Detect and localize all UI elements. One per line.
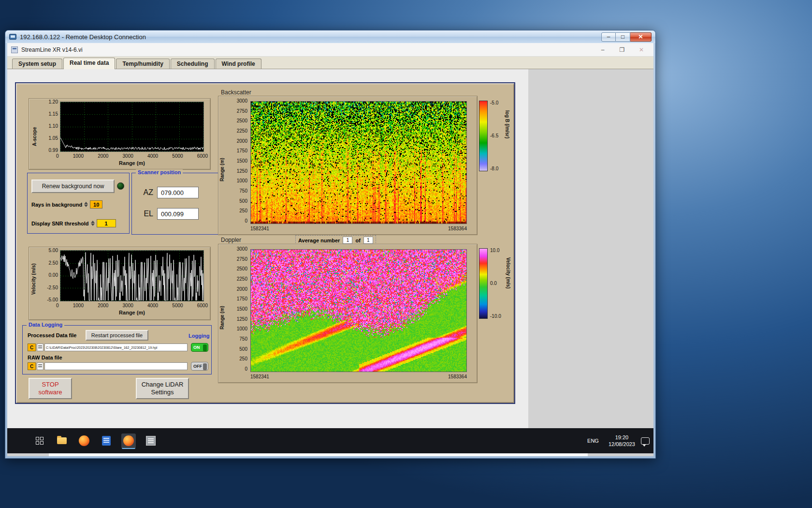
task-view-icon[interactable] (32, 433, 47, 448)
tick-label: 1.05 (41, 136, 58, 141)
az-value-field[interactable]: 079.000 (157, 187, 199, 198)
processed-drive-selector[interactable]: C (28, 344, 36, 351)
average-total-field[interactable]: 1 (363, 237, 373, 244)
processed-browse-icon[interactable] (37, 344, 44, 351)
tick-label: -8.0 (490, 166, 504, 171)
doppler-colorbar-label: Velocity (m/s) (506, 257, 511, 311)
tick-label: 2500 (225, 119, 247, 123)
taskbar-highlight-strip (49, 453, 588, 456)
raw-data-file-label: RAW Data file (28, 355, 62, 360)
backscatter-colorbar-ticks: -5.0-6.5-8.0 (490, 101, 504, 171)
raw-path-field[interactable] (44, 362, 188, 370)
scan-tool-icon[interactable] (144, 433, 158, 448)
processed-path-field[interactable]: C:\LiDAR\Data\Proc\2023\202308\20230812\… (44, 344, 188, 351)
scanner-position-title: Scanner position (136, 169, 183, 175)
backscatter-x-ticks: 1582341 1583364 (250, 226, 467, 231)
restart-processed-file-label: Restart processed file (91, 332, 143, 338)
tick-label: -5.00 (39, 298, 58, 302)
backscatter-x-end: 1583364 (448, 226, 467, 231)
rays-value-field[interactable]: 10 (90, 200, 102, 209)
doppler-y-axis-label: Range (m) (219, 291, 225, 329)
tick-label: 5000 (172, 153, 183, 159)
tab-wind-profile[interactable]: Wind profile (216, 59, 261, 69)
off-toggle-label: OFF (193, 364, 202, 369)
app-close-button[interactable]: ✕ (638, 46, 645, 53)
snr-spinner[interactable] (91, 221, 95, 226)
real-time-data-panel: A-scope 1.201.151.101.050.99 01000200030… (15, 82, 515, 404)
raw-logging-toggle[interactable]: OFF (191, 362, 208, 371)
tab-real-time-data[interactable]: Real time data (63, 58, 115, 69)
tick-label: 2750 (225, 109, 247, 114)
rays-in-background-label: Rays in background (31, 202, 82, 208)
snr-threshold-label: Display SNR threshold (31, 221, 89, 226)
taskbar-time: 19:20 (609, 434, 635, 441)
tick-label: 3000 (123, 303, 133, 308)
el-value-field[interactable]: 000.099 (157, 208, 199, 220)
rays-spinner[interactable] (84, 202, 88, 207)
scanner-position-box: Scanner position AZ 079.000 EL 000.099 (131, 173, 227, 235)
tick-label: -5.0 (490, 101, 504, 105)
backscatter-x-start: 1582341 (250, 226, 269, 231)
rdp-window: 192.168.0.122 - Remote Desktop Connectio… (5, 30, 656, 459)
tick-label: 1250 (225, 317, 247, 322)
rdp-close-button[interactable]: ✕ (630, 32, 652, 42)
tick-label: 1.10 (41, 124, 58, 129)
ascope-x-ticks: 0100020003000400050006000 (56, 153, 208, 159)
tick-label: 0.99 (41, 148, 58, 153)
taskbar-clock[interactable]: 19:20 12/08/2023 (609, 434, 635, 448)
snr-value-field[interactable]: 1 (97, 219, 116, 227)
tick-label: 1000 (73, 153, 84, 159)
app-restore-button[interactable]: ❐ (619, 46, 625, 53)
velocity-plot-area (60, 250, 204, 301)
raw-drive-selector[interactable]: C (28, 362, 36, 370)
tick-label: 2750 (225, 257, 247, 262)
tick-label: 4000 (147, 303, 158, 308)
renew-background-label: Renew background now (42, 183, 104, 190)
tick-label: 1750 (225, 297, 247, 301)
app-minimize-button[interactable]: – (599, 46, 606, 53)
background-controls-box: Renew background now Rays in background … (27, 173, 130, 234)
notification-center-icon[interactable] (641, 437, 650, 445)
tab-bar: System setup Real time data Temp/humidit… (7, 57, 653, 69)
tab-system-setup[interactable]: System setup (12, 59, 62, 69)
firefox-active-icon[interactable] (121, 433, 136, 448)
rdp-maximize-button[interactable]: □ (616, 32, 630, 42)
tick-label: 2500 (225, 267, 247, 271)
doppler-colorbar (479, 248, 488, 319)
rdp-titlebar: 192.168.0.122 - Remote Desktop Connectio… (5, 30, 655, 43)
backscatter-y-ticks: 3000275025002250200017501500125010007505… (225, 99, 247, 224)
doppler-colorbar-ticks: 10.00.0-10.0 (490, 248, 506, 319)
tick-label: -6.5 (490, 134, 504, 138)
backscatter-plot-area (250, 101, 467, 224)
velocity-graph-frame: Velocity (m/s) 5.002.500.00-2.50-5.00 01… (29, 247, 211, 320)
change-lidar-settings-button[interactable]: Change LiDAR Settings (136, 378, 189, 399)
processed-logging-toggle[interactable]: ON (191, 343, 208, 352)
notepad-document-icon[interactable] (99, 433, 114, 448)
tick-label: 1.15 (41, 112, 58, 117)
language-indicator[interactable]: ENG (583, 435, 603, 447)
restart-processed-file-button[interactable]: Restart processed file (86, 330, 148, 341)
velocity-canvas (60, 251, 203, 301)
tab-temp-humidity[interactable]: Temp/humidity (116, 59, 169, 69)
tick-label: 2250 (225, 277, 247, 282)
background-led (117, 182, 124, 190)
tick-label: 5000 (172, 303, 183, 308)
tick-label: 2.50 (39, 261, 58, 266)
ascope-canvas (60, 102, 203, 151)
on-toggle-knob (203, 344, 207, 351)
off-toggle-knob (203, 363, 207, 370)
renew-background-button[interactable]: Renew background now (31, 179, 115, 193)
rdp-minimize-button[interactable]: – (601, 32, 616, 42)
file-explorer-icon[interactable] (55, 433, 69, 448)
raw-browse-icon[interactable] (37, 362, 44, 370)
doppler-plot-area (250, 249, 467, 372)
stop-software-button[interactable]: STOP software (29, 378, 72, 399)
rdp-session-area: StreamLine XR v14-6.vi – ❐ ✕ System setu… (7, 43, 653, 456)
tab-scheduling[interactable]: Scheduling (171, 59, 215, 69)
tick-label: 250 (225, 357, 247, 361)
ascope-plot-area (60, 102, 204, 152)
average-number-field[interactable]: 1 (343, 237, 352, 244)
tick-label: 1500 (225, 307, 247, 312)
tick-label: 1750 (225, 149, 247, 153)
firefox-icon[interactable] (77, 433, 91, 448)
